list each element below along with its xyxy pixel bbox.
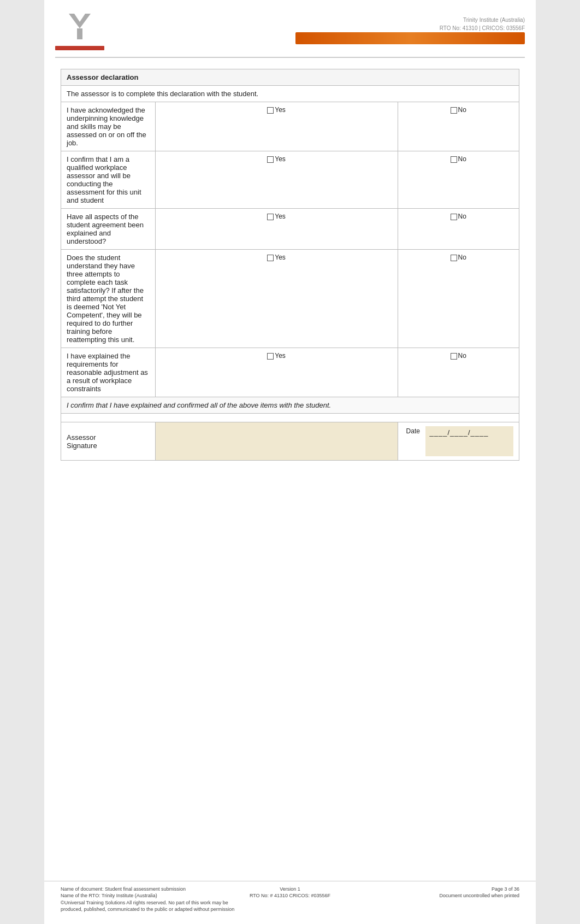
logo-container: Trinity Institute (Australia) RTO No: 41… — [55, 11, 525, 50]
item4-yes[interactable]: Yes — [155, 250, 398, 348]
logo-left — [55, 11, 104, 50]
item2-yes[interactable]: Yes — [155, 151, 398, 209]
section-header-row: Assessor declaration — [61, 69, 519, 86]
yes-checkbox-icon — [267, 214, 274, 220]
assessor-signature-label: AssessorSignature — [61, 422, 156, 461]
item2-text: I confirm that I am a qualified workplac… — [61, 151, 156, 209]
item5-no[interactable]: No — [398, 348, 519, 397]
footer-doc-status: Document uncontrolled when printed — [336, 892, 519, 899]
footer-right: Page 3 of 36 Document uncontrolled when … — [336, 886, 519, 913]
item3-no[interactable]: No — [398, 209, 519, 250]
footer-doc-name: Name of document: Student final assessme… — [61, 886, 244, 893]
yes-checkbox-icon — [267, 255, 274, 261]
table-row: Have all aspects of the student agreemen… — [61, 209, 519, 250]
footer-inner: Name of document: Student final assessme… — [61, 886, 519, 913]
signature-row: AssessorSignature Date ____/____/____ — [61, 422, 519, 461]
no-checkbox-icon — [451, 255, 457, 261]
table-row: I confirm that I am a qualified workplac… — [61, 151, 519, 209]
intro-text: The assessor is to complete this declara… — [61, 86, 519, 102]
item3-text: Have all aspects of the student agreemen… — [61, 209, 156, 250]
item1-text: I have acknowledged the underpinning kno… — [61, 102, 156, 151]
svg-rect-1 — [77, 28, 82, 39]
header: Trinity Institute (Australia) RTO No: 41… — [44, 0, 536, 58]
logo-right-text2: RTO No: 41310 | CRICOS: 03556F — [295, 25, 525, 31]
section-title: Assessor declaration — [61, 69, 519, 86]
no-checkbox-icon — [451, 214, 457, 220]
date-section: Date ____/____/____ — [398, 422, 519, 461]
intro-row: The assessor is to complete this declara… — [61, 86, 519, 102]
footer-version: Version 1 — [250, 886, 330, 893]
footer-center: Version 1 RTO No: # 41310 CRICOS: #03556… — [250, 886, 330, 913]
item5-yes[interactable]: Yes — [155, 348, 398, 397]
item3-yes[interactable]: Yes — [155, 209, 398, 250]
item5-text: I have explained the requirements for re… — [61, 348, 156, 397]
yes-checkbox-icon — [267, 107, 274, 114]
item4-text: Does the student understand they have th… — [61, 250, 156, 348]
main-content: Assessor declaration The assessor is to … — [44, 58, 536, 482]
yes-checkbox-icon — [267, 156, 274, 163]
footer: Name of document: Student final assessme… — [44, 881, 536, 913]
item1-yes[interactable]: Yes — [155, 102, 398, 151]
confirm-statement-row: I confirm that I have explained and conf… — [61, 397, 519, 414]
table-row: I have explained the requirements for re… — [61, 348, 519, 397]
footer-copyright: ©Universal Training Solutions All rights… — [61, 899, 244, 913]
footer-rto-name: Name of the RTO: Trinity Institute (Aust… — [61, 892, 244, 899]
no-checkbox-icon — [451, 107, 457, 114]
signature-input-cell[interactable] — [155, 422, 398, 461]
item1-no[interactable]: No — [398, 102, 519, 151]
item4-no[interactable]: No — [398, 250, 519, 348]
logo-right-text1: Trinity Institute (Australia) — [295, 17, 525, 23]
logo-red-bar — [55, 46, 104, 50]
no-checkbox-icon — [451, 156, 457, 163]
table-row: I have acknowledged the underpinning kno… — [61, 102, 519, 151]
page: Trinity Institute (Australia) RTO No: 41… — [44, 0, 536, 924]
footer-rto-no: RTO No: # 41310 CRICOS: #03556F — [250, 892, 330, 899]
table-row: Does the student understand they have th… — [61, 250, 519, 348]
declaration-table: Assessor declaration The assessor is to … — [61, 69, 519, 461]
yes-checkbox-icon — [267, 353, 274, 360]
confirm-statement: I confirm that I have explained and conf… — [61, 397, 519, 414]
date-label: Date — [404, 426, 425, 456]
svg-marker-0 — [69, 14, 91, 28]
spacer-row — [61, 414, 519, 422]
logo-right: Trinity Institute (Australia) RTO No: 41… — [295, 17, 525, 44]
logo-orange-bar — [295, 32, 525, 44]
logo-y-icon — [63, 11, 96, 44]
logo-top: Trinity Institute (Australia) RTO No: 41… — [55, 11, 525, 50]
header-divider — [55, 57, 525, 58]
date-value[interactable]: ____/____/____ — [425, 426, 513, 456]
no-checkbox-icon — [451, 353, 457, 360]
item2-no[interactable]: No — [398, 151, 519, 209]
footer-page: Page 3 of 36 — [336, 886, 519, 893]
footer-left: Name of document: Student final assessme… — [61, 886, 244, 913]
